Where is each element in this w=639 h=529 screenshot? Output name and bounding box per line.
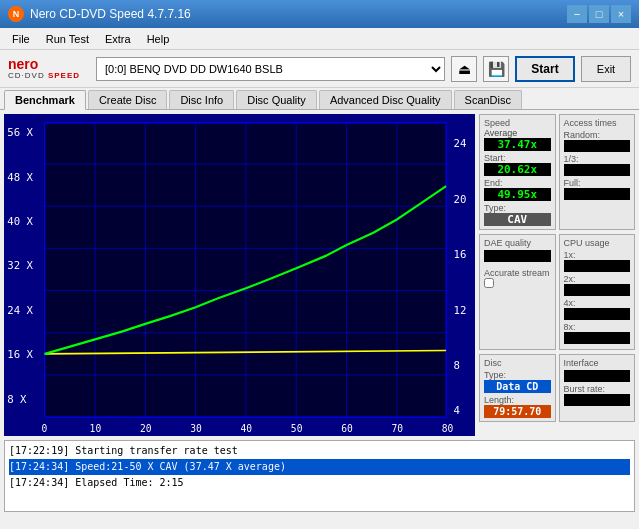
disc-section: Disc Type: Data CD Length: 79:57.70 [479, 354, 556, 422]
svg-text:20: 20 [454, 193, 467, 206]
interface-bar [564, 370, 631, 382]
burst-rate-label: Burst rate: [564, 384, 631, 394]
average-label: Average [484, 128, 519, 138]
svg-text:32 X: 32 X [7, 259, 33, 272]
cpu-2x-bar [564, 284, 631, 296]
svg-text:60: 60 [341, 422, 353, 433]
eject-button[interactable]: ⏏ [451, 56, 477, 82]
tab-scandisc[interactable]: ScanDisc [454, 90, 522, 109]
end-label: End: [484, 178, 519, 188]
svg-text:24 X: 24 X [7, 304, 33, 317]
svg-text:40: 40 [241, 422, 253, 433]
svg-text:40 X: 40 X [7, 215, 33, 228]
disc-length-value: 79:57.70 [484, 405, 551, 418]
titlebar-title: Nero CD-DVD Speed 4.7.7.16 [30, 7, 567, 21]
type-label: Type: [484, 203, 519, 213]
titlebar: N Nero CD-DVD Speed 4.7.7.16 − □ × [0, 0, 639, 28]
svg-text:8: 8 [454, 359, 460, 372]
svg-text:20: 20 [140, 422, 152, 433]
tab-advanced-disc-quality[interactable]: Advanced Disc Quality [319, 90, 452, 109]
right-panel: Speed Average 37.47x Start: 20.62x End: … [479, 110, 639, 440]
onethird-bar [564, 164, 631, 176]
dae-title: DAE quality [484, 238, 551, 248]
svg-text:16: 16 [454, 248, 467, 261]
disc-title: Disc [484, 358, 551, 368]
cpu-4x-bar [564, 308, 631, 320]
toolbar: nero CD·DVD SPEED [0:0] BENQ DVD DD DW16… [0, 50, 639, 88]
svg-text:48 X: 48 X [7, 170, 33, 183]
disc-length-label: Length: [484, 395, 551, 405]
cpu-8x-bar [564, 332, 631, 344]
menu-file[interactable]: File [4, 28, 38, 50]
svg-text:30: 30 [190, 422, 202, 433]
access-times-section: Access times Random: 1/3: Full: [559, 114, 636, 230]
save-button[interactable]: 💾 [483, 56, 509, 82]
svg-text:0: 0 [41, 422, 47, 433]
svg-text:8 X: 8 X [7, 393, 27, 406]
start-value: 20.62x [484, 163, 551, 176]
dae-section: DAE quality Accurate stream [479, 234, 556, 350]
interface-title: Interface [564, 358, 631, 368]
app-icon: N [8, 6, 24, 22]
tab-create-disc[interactable]: Create Disc [88, 90, 167, 109]
cpu-4x-label: 4x: [564, 298, 631, 308]
cpu-2x-label: 2x: [564, 274, 631, 284]
cpu-1x-label: 1x: [564, 250, 631, 260]
svg-text:70: 70 [392, 422, 404, 433]
app-logo: nero CD·DVD SPEED [8, 57, 80, 80]
tab-benchmark[interactable]: Benchmark [4, 90, 86, 110]
start-button[interactable]: Start [515, 56, 575, 82]
minimize-button[interactable]: − [567, 5, 587, 23]
full-label: Full: [564, 178, 631, 188]
cpu-title: CPU usage [564, 238, 631, 248]
svg-text:56 X: 56 X [7, 126, 33, 139]
close-button[interactable]: × [611, 5, 631, 23]
svg-text:50: 50 [291, 422, 303, 433]
average-value: 37.47x [484, 138, 551, 151]
speed-section: Speed Average 37.47x Start: 20.62x End: … [479, 114, 556, 230]
exit-button[interactable]: Exit [581, 56, 631, 82]
menu-runtest[interactable]: Run Test [38, 28, 97, 50]
random-bar [564, 140, 631, 152]
log-line-0: [17:22:19] Starting transfer rate test [9, 443, 630, 459]
type-value: CAV [484, 213, 551, 226]
maximize-button[interactable]: □ [589, 5, 609, 23]
svg-text:10: 10 [90, 422, 102, 433]
accurate-stream-label: Accurate stream [484, 268, 551, 278]
logo-nero: nero [8, 57, 80, 71]
interface-section: Interface Burst rate: [559, 354, 636, 422]
cpu-1x-bar [564, 260, 631, 272]
svg-rect-14 [45, 123, 446, 417]
main-content: 56 X 48 X 40 X 32 X 24 X 16 X 8 X 24 20 … [0, 110, 639, 440]
menu-extra[interactable]: Extra [97, 28, 139, 50]
tabs: Benchmark Create Disc Disc Info Disc Qua… [0, 88, 639, 110]
access-times-title: Access times [564, 118, 631, 128]
disc-type-value: Data CD [484, 380, 551, 393]
svg-text:16 X: 16 X [7, 348, 33, 361]
burst-rate-bar [564, 394, 631, 406]
tab-disc-quality[interactable]: Disc Quality [236, 90, 317, 109]
cpu-section: CPU usage 1x: 2x: 4x: 8x: [559, 234, 636, 350]
dae-bar [484, 250, 551, 262]
drive-selector[interactable]: [0:0] BENQ DVD DD DW1640 BSLB [96, 57, 445, 81]
chart-area: 56 X 48 X 40 X 32 X 24 X 16 X 8 X 24 20 … [4, 114, 475, 436]
end-value: 49.95x [484, 188, 551, 201]
log-line-1: [17:24:34] Speed:21-50 X CAV (37.47 X av… [9, 459, 630, 475]
log-line-2: [17:24:34] Elapsed Time: 2:15 [9, 475, 630, 491]
full-bar [564, 188, 631, 200]
speed-chart: 56 X 48 X 40 X 32 X 24 X 16 X 8 X 24 20 … [4, 114, 475, 436]
svg-text:4: 4 [454, 404, 461, 417]
tab-disc-info[interactable]: Disc Info [169, 90, 234, 109]
random-label: Random: [564, 130, 631, 140]
menubar: File Run Test Extra Help [0, 28, 639, 50]
disc-type-label: Type: [484, 370, 551, 380]
log-area: [17:22:19] Starting transfer rate test [… [4, 440, 635, 512]
accurate-stream-checkbox[interactable] [484, 278, 494, 288]
menu-help[interactable]: Help [139, 28, 178, 50]
logo-sub: CD·DVD SPEED [8, 71, 80, 80]
start-label: Start: [484, 153, 519, 163]
svg-text:80: 80 [442, 422, 454, 433]
svg-text:24: 24 [454, 137, 467, 150]
onethird-label: 1/3: [564, 154, 631, 164]
speed-title: Speed [484, 118, 551, 128]
